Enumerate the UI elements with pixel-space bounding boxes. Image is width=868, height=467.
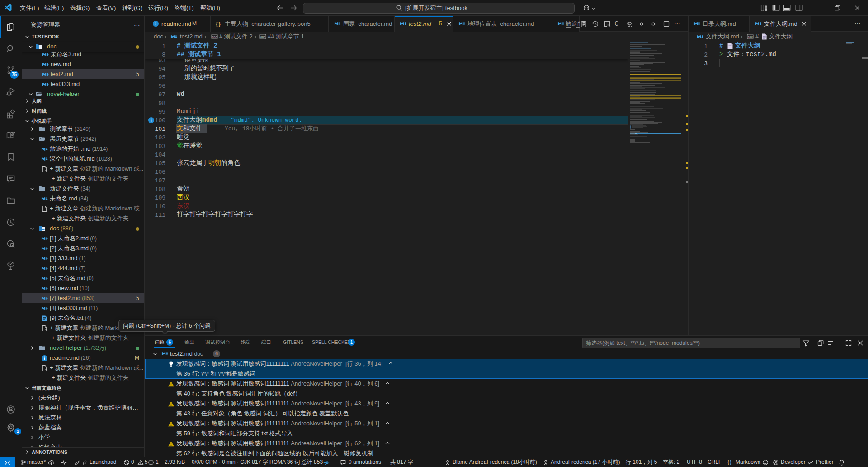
svg-text:abc: abc (260, 35, 266, 38)
svg-text:abc: abc (748, 35, 753, 38)
svg-text:abc: abc (212, 35, 217, 38)
